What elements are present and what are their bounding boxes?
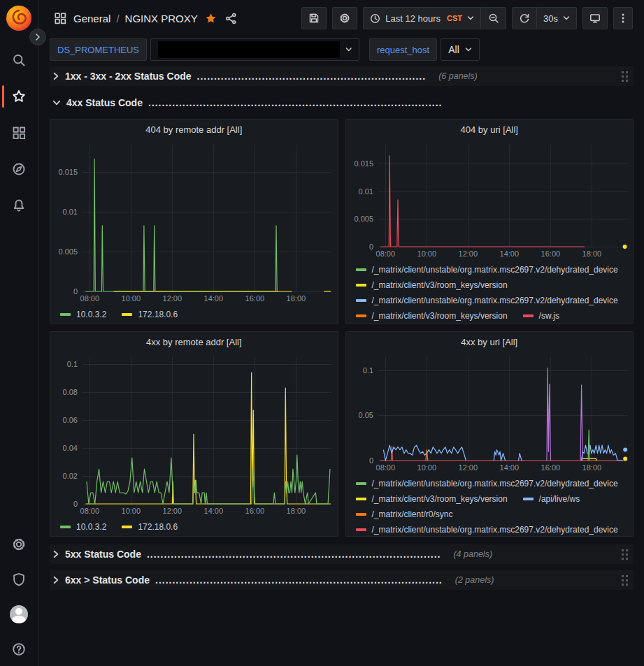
cycle-view-mode-button[interactable] [582,7,608,29]
legend-label: 10.0.3.2 [76,310,106,319]
timeseries-chart[interactable]: 08:0010:0012:0014:0016:0018:0000.0050.01… [50,139,338,305]
chevron-down-icon [52,99,61,106]
svg-text:0.08: 0.08 [63,388,78,396]
row-leader-dots: ........................................… [155,574,443,586]
favorite-star-button[interactable] [203,11,218,26]
time-range-picker[interactable]: Last 12 hours CST [363,7,481,29]
breadcrumb-section[interactable]: General [73,13,110,24]
panel-4xx-by-uri: 4xx by uri [All] 08:0010:0012:0014:0016:… [345,331,634,537]
request-host-value: All [448,44,459,55]
time-range-label: Last 12 hours [385,13,441,24]
legend-item[interactable]: /_matrix/client/v3/room_keys/version [356,308,508,324]
svg-text:08:00: 08:00 [80,507,100,515]
panel-title[interactable]: 404 by uri [All] [346,120,634,139]
row-title: 1xx - 3xx - 2xx Status Code [65,71,192,82]
panel-title[interactable]: 4xx by remote addr [All] [50,332,338,352]
row-panel-count: (4 panels) [453,549,492,559]
timeseries-chart[interactable]: 08:0010:0012:0014:0016:0018:0000.0050.01… [346,139,634,261]
row-leader-dots: ........................................… [197,71,427,82]
sidebar-expand-button[interactable] [29,29,46,45]
panel-legend: 10.0.3.2172.18.0.6 [50,518,338,536]
legend-item[interactable]: /_matrix/client/r0/sync [356,507,453,522]
variable-label-ds-prometheus: DS_PROMETHEUS [50,38,147,61]
sidebar-item-help[interactable] [0,639,38,659]
legend-item[interactable]: /_matrix/client/v3/room_keys/version [356,277,508,293]
row-drag-handle[interactable] [622,71,628,82]
legend-label: /sw.js [539,311,559,321]
svg-text:10:00: 10:00 [417,249,436,258]
legend-item[interactable]: /_matrix/client/v3/room_keys/version [356,491,508,507]
row-6xx[interactable]: 6xx > Status Code ......................… [50,570,634,590]
row-leader-dots: ........................................… [148,97,443,108]
legend-label: /_matrix/client/unstable/org.matrix.msc2… [372,479,618,488]
variable-label-request-host: request_host [369,38,437,61]
legend-item[interactable]: /api/live/ws [523,491,580,507]
legend-item[interactable]: 172.18.0.6 [122,519,178,535]
grafana-logo[interactable] [6,6,31,31]
panel-title[interactable]: 404 by remote addr [All] [50,120,338,139]
share-button[interactable] [224,11,238,26]
save-dashboard-button[interactable] [301,7,327,29]
sidebar-item-explore[interactable] [0,159,38,179]
sidebar-item-server-admin[interactable] [0,570,38,589]
legend-label: /_matrix/client/r0/sync [372,509,453,519]
share-icon [225,13,237,24]
legend-label: /_matrix/client/v3/room_keys/version [372,494,508,504]
zoom-out-button[interactable] [481,7,506,29]
chevron-right-icon [52,72,59,80]
svg-text:0.02: 0.02 [63,472,78,480]
sidebar-item-starred[interactable] [0,87,38,106]
request-host-dropdown[interactable]: All [441,38,480,61]
legend-swatch [356,314,366,317]
row-drag-handle[interactable] [622,549,628,560]
svg-text:18:00: 18:00 [287,294,306,303]
legend-item[interactable]: /_matrix/client/unstable/org.matrix.msc2… [356,522,618,536]
bell-icon [12,198,26,212]
sidebar-item-search[interactable] [0,50,38,70]
sidebar-item-profile[interactable] [0,605,38,624]
avatar[interactable] [10,605,28,623]
legend-swatch [356,299,366,302]
timeseries-chart[interactable]: 08:0010:0012:0014:0016:0018:0000.020.040… [50,352,338,518]
ds-prometheus-dropdown[interactable] [150,38,359,61]
legend-item[interactable]: /_matrix/client/unstable/org.matrix.msc2… [356,262,618,277]
refresh-icon [519,13,530,24]
panel-404-by-uri: 404 by uri [All] 08:0010:0012:0014:0016:… [345,119,634,324]
panel-legend: /_matrix/client/unstable/org.matrix.msc2… [346,475,634,536]
svg-text:14:00: 14:00 [204,507,224,515]
timeseries-chart[interactable]: 08:0010:0012:0014:0016:0018:0000.050.1 [346,352,634,475]
legend-item[interactable]: /sw.js [523,308,559,324]
star-icon [12,89,26,103]
legend-item[interactable]: 10.0.3.2 [60,307,106,322]
chevron-down-icon [563,15,570,21]
svg-text:18:00: 18:00 [582,249,601,258]
legend-item[interactable]: 10.0.3.2 [60,519,106,535]
row-drag-handle[interactable] [622,575,628,586]
kebab-icon [622,13,624,24]
chevron-down-icon [467,15,474,21]
sidebar-item-configuration[interactable] [0,535,38,554]
refresh-interval-dropdown[interactable]: 30s [537,7,577,29]
compass-icon [12,162,26,176]
svg-text:0.05: 0.05 [358,411,373,419]
sidebar-item-dashboards[interactable] [0,123,38,143]
refresh-button[interactable] [512,7,537,29]
svg-text:0.01: 0.01 [63,208,78,216]
legend-item[interactable]: /_matrix/client/unstable/org.matrix.msc2… [356,476,618,491]
kebab-menu-button[interactable] [613,7,633,29]
legend-item[interactable]: /_matrix/client/unstable/org.matrix.msc2… [356,293,618,308]
row-1xx-3xx-2xx[interactable]: 1xx - 3xx - 2xx Status Code ............… [50,66,634,86]
legend-swatch [523,314,534,317]
panel-title[interactable]: 4xx by uri [All] [346,332,634,352]
svg-text:10:00: 10:00 [417,463,436,472]
dashboard-title[interactable]: NGINX PROXY [125,13,198,24]
row-5xx[interactable]: 5xx Status Code ........................… [50,544,634,564]
dashboard-settings-button[interactable] [332,7,357,29]
dashboards-grid-icon[interactable] [54,12,66,24]
sidebar-item-alerting[interactable] [0,196,38,215]
row-title: 5xx Status Code [65,549,141,560]
legend-swatch [122,313,132,316]
row-4xx[interactable]: 4xx Status Code ........................… [50,93,634,113]
legend-item[interactable]: 172.18.0.6 [122,307,178,322]
shield-icon [12,572,26,586]
